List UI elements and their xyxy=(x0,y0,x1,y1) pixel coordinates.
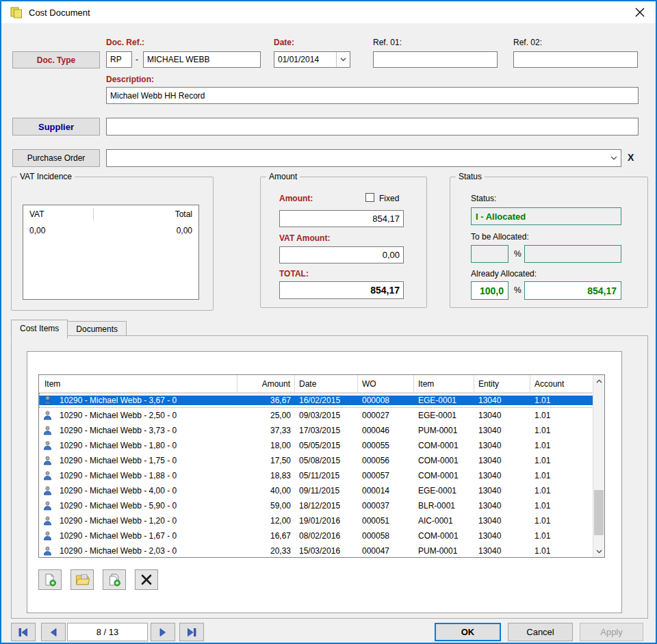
table-row[interactable]: 10290 - Michael Webb - 1,20 - 0 12,00 19… xyxy=(39,513,604,528)
cell-amount: 17,50 xyxy=(237,456,295,465)
ok-button[interactable]: OK xyxy=(435,623,501,641)
person-icon xyxy=(39,456,55,465)
percent-sign-2: % xyxy=(514,285,521,295)
cell-amount: 40,00 xyxy=(237,486,295,495)
person-icon xyxy=(39,396,55,405)
cell-item2: COM-0001 xyxy=(414,471,474,480)
cancel-button[interactable]: Cancel xyxy=(508,623,573,641)
chevron-down-icon[interactable] xyxy=(336,52,350,67)
cell-wo: 000055 xyxy=(358,441,414,450)
ref02-field[interactable] xyxy=(513,51,638,68)
fixed-checkbox[interactable] xyxy=(365,193,374,202)
doc-ref-separator: - xyxy=(136,55,138,64)
cell-amount: 18,83 xyxy=(237,471,295,480)
table-row[interactable]: 10290 - Michael Webb - 1,67 - 0 16,67 08… xyxy=(39,528,604,543)
table-row[interactable]: 10290 - Michael Webb - 2,50 - 0 25,00 09… xyxy=(39,408,604,423)
record-position: 8 / 13 xyxy=(67,623,148,641)
cell-item2: COM-0001 xyxy=(414,441,474,450)
vat-row[interactable]: 0,00 0,00 xyxy=(23,223,198,238)
cell-entity: 13040 xyxy=(474,546,530,556)
vat-incidence-group: VAT Incidence VAT Total 0,00 0,00 xyxy=(11,177,214,311)
cell-entity: 13040 xyxy=(474,486,530,495)
cell-item2: COM-0001 xyxy=(414,531,474,541)
person-icon xyxy=(39,516,55,526)
apply-button[interactable]: Apply xyxy=(580,623,643,641)
vat-value: 0,00 xyxy=(23,226,93,235)
person-icon xyxy=(39,411,55,420)
column-header-amount[interactable]: Amount xyxy=(237,375,295,392)
table-row[interactable]: 10290 - Michael Webb - 3,67 - 0 36,67 16… xyxy=(39,393,604,408)
total-label: TOTAL: xyxy=(279,269,309,279)
date-label: Date: xyxy=(274,38,294,47)
column-header-account[interactable]: Account xyxy=(530,375,593,392)
table-row[interactable]: 10290 - Michael Webb - 2,03 - 0 20,33 15… xyxy=(39,543,604,558)
next-record-icon xyxy=(159,628,167,637)
doc-type-button[interactable]: Doc. Type xyxy=(12,51,100,68)
last-record-button[interactable] xyxy=(179,623,204,641)
person-icon xyxy=(39,441,55,450)
amount-field[interactable]: 854,17 xyxy=(279,210,404,227)
table-row[interactable]: 10290 - Michael Webb - 1,80 - 0 18,00 05… xyxy=(39,438,604,453)
description-field[interactable] xyxy=(106,87,639,104)
to-be-allocated-label: To be Allocated: xyxy=(471,232,529,242)
purchase-order-button[interactable]: Purchase Order xyxy=(12,149,100,167)
cell-account: 1.01 xyxy=(530,426,593,435)
cell-date: 05/11/2015 xyxy=(295,471,358,480)
ref01-field[interactable] xyxy=(373,51,498,68)
previous-record-button[interactable] xyxy=(41,623,66,641)
cell-date: 09/03/2015 xyxy=(295,411,358,420)
scroll-down-icon[interactable] xyxy=(593,545,604,557)
cell-item2: PUM-0001 xyxy=(414,426,474,435)
cell-account: 1.01 xyxy=(530,456,593,465)
vat-amount-field[interactable]: 0,00 xyxy=(279,246,404,263)
column-header-date[interactable]: Date xyxy=(295,375,358,392)
table-row[interactable]: 10290 - Michael Webb - 4,00 - 0 40,00 09… xyxy=(39,483,604,498)
doc-ref-code-field[interactable] xyxy=(106,51,132,68)
ref02-label: Ref. 02: xyxy=(513,38,542,47)
table-row[interactable]: 10290 - Michael Webb - 1,88 - 0 18,83 05… xyxy=(39,468,604,483)
cost-document-dialog: Cost Document Doc. Ref.: Date: Ref. 01: … xyxy=(0,0,657,644)
date-picker[interactable]: 01/01/2014 xyxy=(274,51,350,68)
delete-item-button[interactable] xyxy=(135,569,158,590)
purchase-order-combo[interactable] xyxy=(106,149,621,167)
cell-item2: AIC-0001 xyxy=(414,516,474,526)
chevron-down-icon[interactable] xyxy=(607,150,621,166)
table-row[interactable]: 10290 - Michael Webb - 5,90 - 0 59,00 18… xyxy=(39,498,604,513)
vat-list[interactable]: VAT Total 0,00 0,00 xyxy=(23,205,199,300)
first-record-icon xyxy=(18,628,29,637)
total-column-header: Total xyxy=(93,209,198,219)
purchase-order-clear-button[interactable]: X xyxy=(628,152,634,163)
cell-item: 10290 - Michael Webb - 1,20 - 0 xyxy=(55,516,237,526)
date-value: 01/01/2014 xyxy=(274,55,336,64)
next-record-button[interactable] xyxy=(151,623,175,641)
cost-items-list-container: Item Amount Date WO Item Entity Account xyxy=(27,351,622,613)
close-icon[interactable] xyxy=(628,3,652,21)
add-item-button[interactable] xyxy=(38,569,62,590)
vertical-scrollbar[interactable] xyxy=(593,375,604,557)
copy-item-button[interactable] xyxy=(103,569,126,590)
column-header-item[interactable]: Item xyxy=(39,375,237,392)
open-folder-button[interactable] xyxy=(70,569,94,590)
table-row[interactable]: 10290 - Michael Webb - 3,73 - 0 37,33 17… xyxy=(39,423,604,438)
column-header-wo[interactable]: WO xyxy=(358,375,414,392)
cell-wo: 000027 xyxy=(358,411,414,420)
supplier-button[interactable]: Supplier xyxy=(12,118,100,136)
already-allocated-pct-field: 100,0 xyxy=(471,281,508,300)
amount-group: Amount Amount: Fixed 854,17 VAT Amount: … xyxy=(260,177,427,308)
already-allocated-amount-field: 854,17 xyxy=(524,281,621,300)
supplier-field[interactable] xyxy=(106,118,639,136)
tab-cost-items[interactable]: Cost Items xyxy=(11,320,68,339)
percent-sign-1: % xyxy=(514,249,521,259)
column-divider xyxy=(93,208,94,220)
first-record-button[interactable] xyxy=(11,623,36,641)
doc-ref-name-field[interactable] xyxy=(143,51,261,68)
person-icon xyxy=(39,471,55,480)
scrollbar-thumb[interactable] xyxy=(594,490,604,536)
column-header-entity[interactable]: Entity xyxy=(474,375,530,392)
cell-date: 19/01/2016 xyxy=(295,516,358,526)
scroll-up-icon[interactable] xyxy=(593,375,604,387)
description-label: Description: xyxy=(106,75,154,84)
cell-wo: 000056 xyxy=(358,456,414,465)
column-header-item2[interactable]: Item xyxy=(414,375,474,392)
table-row[interactable]: 10290 - Michael Webb - 1,75 - 0 17,50 05… xyxy=(39,453,604,468)
